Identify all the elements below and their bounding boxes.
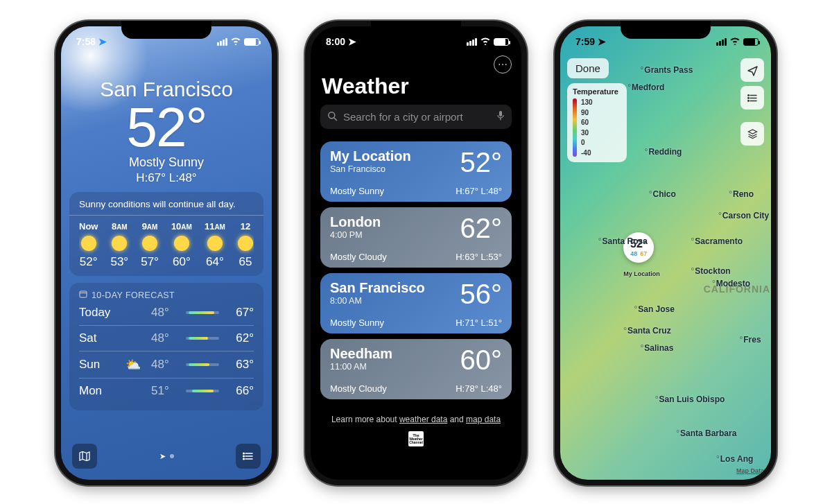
temperature-legend: Temperature 1309060300-40 xyxy=(567,83,627,162)
tenday-row[interactable]: Mon51°66° xyxy=(79,378,254,403)
tenday-row[interactable]: Sun⛅48°63° xyxy=(79,351,254,378)
hourly-forecast-card[interactable]: Sunny conditions will continue all day. … xyxy=(69,192,263,276)
sun-icon xyxy=(142,236,157,251)
map-city-label: Reno xyxy=(729,189,754,199)
status-time: 7:58 xyxy=(76,36,96,47)
map-data-link[interactable]: Map Data xyxy=(736,467,764,474)
phone-weather-list: 8:00 ➤ ⋯ Weather Search for a city or ai… xyxy=(305,21,527,485)
more-options-button[interactable]: ⋯ xyxy=(494,55,512,73)
hourly-row[interactable]: Now52°8AM53°9AM57°10AM60°11AM64°1265 xyxy=(79,221,254,269)
battery-icon xyxy=(244,38,259,46)
notch xyxy=(121,21,211,39)
search-placeholder: Search for a city or airport xyxy=(343,111,463,123)
hourly-item: 8AM53° xyxy=(110,221,128,269)
svg-point-7 xyxy=(243,458,245,460)
attribution-text: Learn more about weather data and map da… xyxy=(311,415,521,424)
page-title: Weather xyxy=(311,73,521,105)
map-city-label: Modesto xyxy=(712,279,750,288)
map-city-label: San Jose xyxy=(634,304,675,314)
dictation-icon[interactable] xyxy=(496,110,505,123)
map-city-label: Santa Barbara xyxy=(676,428,736,438)
cellular-signal-icon xyxy=(217,38,227,46)
notch xyxy=(621,21,711,39)
legend-gradient xyxy=(573,98,577,157)
svg-point-15 xyxy=(747,94,748,95)
battery-icon xyxy=(743,38,759,46)
tenday-row[interactable]: Sat48°62° xyxy=(79,325,254,351)
calendar-icon xyxy=(79,290,87,300)
temperature-map[interactable]: Done Temperature 1309060300-40 52° 4867 xyxy=(560,53,771,480)
location-services-icon: ➤ xyxy=(598,36,606,47)
map-city-label: Santa Cruz xyxy=(623,326,671,336)
tenday-row[interactable]: Today48°67° xyxy=(79,300,254,325)
search-field[interactable]: Search for a city or airport xyxy=(320,105,512,129)
city-card[interactable]: London4:00 PM62°Mostly CloudyH:63° L:53° xyxy=(320,207,512,268)
tenday-list: Today48°67°Sat48°62°Sun⛅48°63°Mon51°66° xyxy=(79,300,254,403)
sun-icon xyxy=(207,236,223,251)
my-location-label: My Location xyxy=(623,270,660,277)
map-city-label: Medford xyxy=(627,82,664,92)
map-city-label: Stockton xyxy=(691,266,730,276)
battery-icon xyxy=(494,38,509,46)
svg-rect-10 xyxy=(499,111,502,116)
phone-weather-map: 7:59 ➤ Done Temperature xyxy=(555,21,777,485)
cellular-signal-icon xyxy=(716,38,727,46)
notch xyxy=(371,21,461,39)
hourly-item: Now52° xyxy=(79,221,98,269)
svg-line-9 xyxy=(334,118,337,121)
map-layers-button[interactable] xyxy=(740,122,764,146)
wifi-icon xyxy=(480,37,491,47)
map-city-label: Redding xyxy=(645,147,682,157)
svg-point-6 xyxy=(243,455,245,457)
map-city-label: Santa Rosa xyxy=(598,236,648,246)
map-button[interactable] xyxy=(72,444,97,469)
svg-rect-0 xyxy=(80,291,87,297)
svg-point-16 xyxy=(747,97,748,98)
weather-channel-logo: TheWeatherChannel xyxy=(408,431,424,446)
location-services-icon: ➤ xyxy=(98,36,107,47)
tenday-forecast-card[interactable]: 10-DAY FORECAST Today48°67°Sat48°62°Sun⛅… xyxy=(69,283,263,410)
weather-data-link[interactable]: weather data xyxy=(399,415,447,424)
city-card[interactable]: San Francisco8:00 AM56°Mostly SunnyH:71°… xyxy=(320,273,512,333)
done-button[interactable]: Done xyxy=(567,58,609,78)
cellular-signal-icon xyxy=(467,38,477,46)
map-city-label: Salinas xyxy=(641,343,674,353)
forecast-summary: Sunny conditions will continue all day. xyxy=(79,199,254,209)
map-city-label: San Luis Obispo xyxy=(655,394,725,404)
sun-icon xyxy=(238,236,253,251)
map-list-button[interactable] xyxy=(740,86,764,110)
svg-point-8 xyxy=(329,112,335,118)
location-services-icon: ➤ xyxy=(348,36,356,47)
tenday-title: 10-DAY FORECAST xyxy=(79,290,254,300)
location-arrow-icon: ➤ xyxy=(159,452,166,461)
hourly-item: 10AM60° xyxy=(171,221,192,269)
map-data-link[interactable]: map data xyxy=(466,415,501,424)
city-card[interactable]: My LocationSan Francisco52°Mostly SunnyH… xyxy=(320,141,512,202)
list-button[interactable] xyxy=(236,444,261,469)
map-city-label: Carson City xyxy=(718,211,769,220)
svg-point-5 xyxy=(243,453,245,454)
map-city-label: Fres xyxy=(739,335,761,345)
legend-ticks: 1309060300-40 xyxy=(581,98,593,157)
locate-me-button[interactable] xyxy=(740,58,764,82)
city-card[interactable]: Needham11:00 AM60°Mostly CloudyH:78° L:4… xyxy=(320,339,512,399)
wifi-icon xyxy=(230,37,241,47)
sun-icon xyxy=(174,236,189,251)
svg-point-17 xyxy=(747,100,748,101)
wifi-icon xyxy=(729,37,740,47)
hourly-item: 11AM64° xyxy=(205,221,225,269)
weather-hero: San Francisco 52° Mostly Sunny H:67° L:4… xyxy=(61,53,272,185)
partly-cloudy-icon: ⛅ xyxy=(125,358,141,372)
city-list: My LocationSan Francisco52°Mostly SunnyH… xyxy=(311,136,521,405)
hourly-item: 9AM57° xyxy=(141,221,159,269)
map-city-label: Chico xyxy=(649,189,676,199)
sun-icon xyxy=(81,236,96,251)
map-city-label: Los Ang xyxy=(716,454,753,464)
current-temperature: 52° xyxy=(61,101,272,154)
status-time: 8:00 xyxy=(326,36,345,47)
map-city-label: Sacramento xyxy=(691,236,743,246)
bottom-toolbar: ➤ xyxy=(61,437,272,480)
high-low: H:67° L:48° xyxy=(61,171,272,185)
status-time: 7:59 xyxy=(575,36,595,47)
page-indicator[interactable]: ➤ xyxy=(159,452,174,461)
